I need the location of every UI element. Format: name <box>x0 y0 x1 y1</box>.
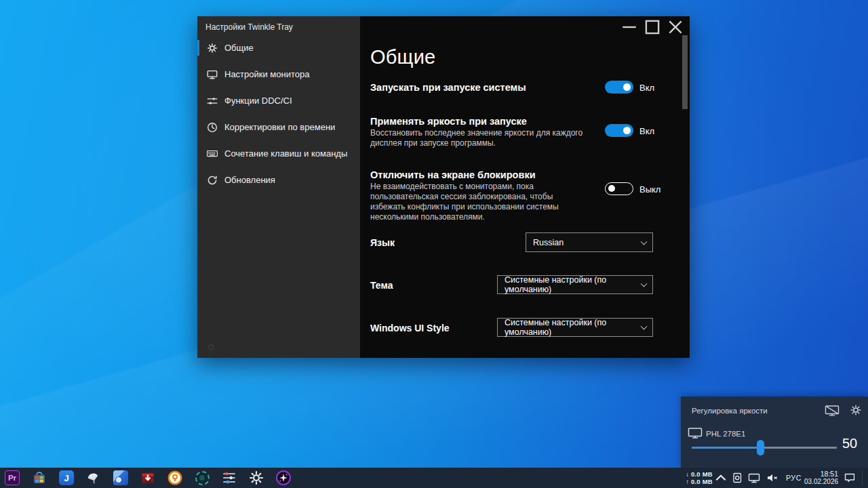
sliders-icon <box>206 95 218 107</box>
chevron-down-icon <box>641 323 648 330</box>
flyout-title: Регулировка яркости <box>692 407 768 415</box>
sidebar-item-updates[interactable]: Обновления <box>197 167 360 193</box>
sidebar-item-monitor-settings[interactable]: Настройки монитора <box>197 61 360 87</box>
language-select-value: Russian <box>533 238 564 247</box>
sidebar-item-label: Сочетание клавиш и команды <box>224 148 347 159</box>
brightness-slider-track[interactable] <box>692 447 837 449</box>
taskbar: Pr J <box>0 468 868 488</box>
twinkle-tray-logo-icon <box>205 341 217 352</box>
setting-apply-brightness-title: Применять яркость при запуске <box>370 116 527 127</box>
premiere-pro-icon[interactable]: Pr <box>4 470 20 486</box>
settings-content: Общие Запускать при запуске системы Вкл … <box>360 16 690 358</box>
monitor-icon <box>206 68 218 81</box>
chevron-down-icon <box>641 281 648 287</box>
language-indicator[interactable]: РУС <box>786 474 802 488</box>
refresh-icon <box>206 174 218 186</box>
action-center-icon[interactable] <box>843 471 856 485</box>
sidebar-item-label: Настройки монитора <box>224 69 309 79</box>
openvpn-icon[interactable] <box>167 470 183 486</box>
fan-app-icon[interactable] <box>85 470 102 486</box>
run-at-startup-toggle[interactable] <box>605 81 633 94</box>
sidebar-item-time-adjustments[interactable]: Корректировки по времени <box>197 114 360 140</box>
download-arrow-icon: ↓ <box>684 470 691 478</box>
brightness-slider-thumb[interactable] <box>757 440 764 455</box>
theme-select[interactable]: Системные настройки (по умолчанию) <box>497 275 653 294</box>
sidebar-item-ddcci[interactable]: Функции DDC/CI <box>197 87 360 114</box>
upload-arrow-icon: ↑ <box>684 478 691 485</box>
brightness-flyout: Регулировка яркости PHL 278E1 50 <box>681 396 868 468</box>
maximize-button[interactable] <box>641 18 664 36</box>
joplin-icon[interactable]: J <box>58 470 75 486</box>
toggle-state-label: Вкл <box>639 83 654 93</box>
monitor-name: PHL 278E1 <box>706 430 745 438</box>
sidebar-item-label: Обновления <box>224 175 275 185</box>
clock[interactable]: 18:51 03.02.2026 <box>804 470 838 488</box>
tray-time: 18:51 <box>804 470 838 478</box>
window-caption-buttons <box>618 18 687 36</box>
tray-tablet-sync-icon[interactable] <box>730 471 744 485</box>
dashed-circle-app-icon[interactable] <box>194 470 210 486</box>
taskbar-apps: Pr J <box>4 468 292 488</box>
clock-icon <box>206 121 218 134</box>
show-desktop-divider[interactable] <box>862 470 863 485</box>
page-title: Общие <box>370 46 435 68</box>
toggle-state-label: Выкл <box>639 184 660 195</box>
microsoft-store-icon[interactable] <box>31 470 47 486</box>
sidebar-item-label: Функции DDC/CI <box>224 96 292 106</box>
wallet-app-icon[interactable] <box>113 470 129 486</box>
setting-run-at-startup-title: Запускать при запуске системы <box>370 82 526 93</box>
ui-style-label: Windows UI Style <box>370 323 450 333</box>
download-speed: 0.0 MB <box>691 470 713 478</box>
theme-select-value: Системные настройки (по умолчанию) <box>505 275 635 294</box>
network-ethernet-icon[interactable] <box>747 471 761 485</box>
setting-lockscreen-description: Не взаимодействовать с мониторами, пока … <box>370 182 590 222</box>
apply-brightness-toggle[interactable] <box>605 124 633 137</box>
setting-apply-brightness-description: Восстановить последнее значение яркости … <box>370 128 599 148</box>
language-select[interactable]: Russian <box>526 232 653 252</box>
chevron-down-icon <box>641 238 648 245</box>
window-scrollbar-thumb[interactable] <box>682 35 688 109</box>
tray-overflow-chevron-icon[interactable] <box>714 471 728 485</box>
sidebar-item-label: Общие <box>224 43 254 53</box>
brightness-slider-fill <box>692 447 762 449</box>
toggle-state-label: Вкл <box>639 126 654 136</box>
sidebar-nav: Общие Настройки монитора <box>197 35 360 193</box>
setting-lockscreen-title: Отключить на экране блокировки <box>370 169 536 180</box>
window-title: Настройки Twinkle Tray <box>205 22 293 32</box>
ui-style-select-value: Системные настройки (по умолчанию) <box>505 318 635 337</box>
desktop-wallpaper: Настройки Twinkle Tray Общие <box>0 0 868 488</box>
download-box-app-icon[interactable] <box>140 470 156 486</box>
minimize-button[interactable] <box>618 18 641 36</box>
sidebar-item-general[interactable]: Общие <box>197 35 360 61</box>
theme-label: Тема <box>370 280 393 291</box>
close-button[interactable] <box>664 18 687 36</box>
turn-off-displays-icon[interactable] <box>825 405 840 417</box>
twinkle-tray-settings-window: Настройки Twinkle Tray Общие <box>197 16 690 358</box>
sidebar-item-label: Корректировки по времени <box>224 122 335 132</box>
upload-speed: 0.0 MB <box>691 478 713 485</box>
ui-style-select[interactable]: Системные настройки (по умолчанию) <box>497 318 653 337</box>
tray-date: 03.02.2026 <box>804 478 838 486</box>
purple-sparkle-app-icon[interactable] <box>275 470 292 486</box>
brightness-value: 50 <box>842 436 865 451</box>
settings-sidebar: Настройки Twinkle Tray Общие <box>197 16 360 358</box>
flyout-settings-gear-icon[interactable] <box>849 403 863 417</box>
lockscreen-toggle[interactable] <box>605 182 633 195</box>
language-label: Язык <box>370 237 395 248</box>
gear-icon <box>206 42 218 54</box>
twinkle-tray-sliders-icon[interactable] <box>221 470 237 486</box>
volume-muted-icon[interactable] <box>766 471 779 485</box>
sidebar-item-hotkeys[interactable]: Сочетание клавиш и команды <box>197 140 360 167</box>
monitor-icon <box>688 427 703 439</box>
keyboard-icon <box>206 148 218 160</box>
windows-settings-gear-icon[interactable] <box>248 470 264 486</box>
